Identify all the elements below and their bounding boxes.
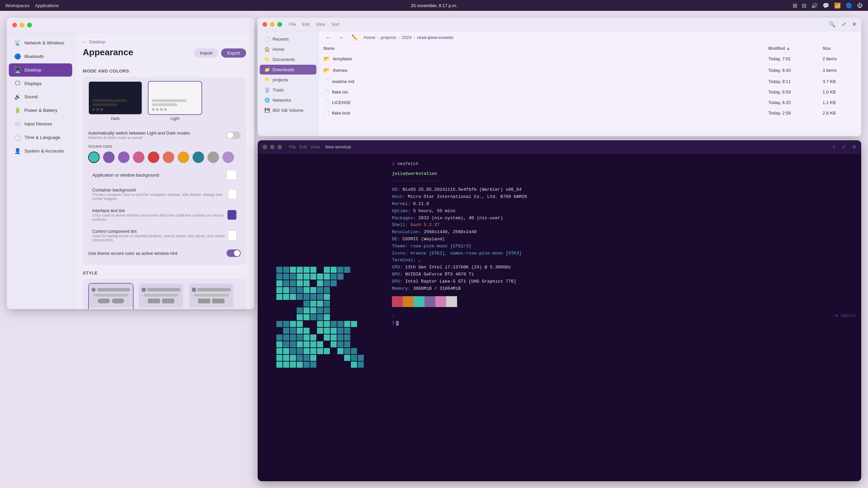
terminal-max-btn[interactable] [277, 145, 282, 149]
mode-card-light[interactable]: Light [148, 81, 202, 122]
terminal-resize-btn[interactable]: ⤢ [842, 144, 846, 150]
table-row[interactable]: 📂 templates Today, 7:01 2 items [319, 53, 861, 65]
col-modified[interactable]: Modified ▲ [768, 46, 823, 51]
table-row[interactable]: 📄 flake.nix Today, 6:59 1.0 KB [319, 87, 861, 97]
style-card-slightly-round[interactable]: Slightly round [138, 283, 184, 309]
fm-sidebar-networks[interactable]: 🌐 Networks [260, 95, 316, 105]
sidebar-item-network[interactable]: 📡 Network & Wireless [9, 36, 72, 49]
fm-min-btn[interactable] [270, 22, 275, 27]
user-line: julia@workstation [392, 170, 856, 178]
crumb-home[interactable]: Home [363, 35, 375, 40]
fm-forward-btn[interactable]: → [336, 34, 346, 41]
accent-dot-violet[interactable] [118, 151, 130, 163]
table-row[interactable]: 📄 readme.md Today, 8:11 3.7 KB [319, 76, 861, 87]
fm-content: ← → ✏️ Home › projects › 2024 › rose-pin… [319, 31, 861, 136]
control-swatch[interactable] [228, 230, 237, 241]
right-side: File Edit View Sort 🔍 ⤢ ✕ 🕐 Recents 🏠 [254, 11, 868, 488]
sidebar-item-input[interactable]: ⌨️ Input Devices [9, 117, 72, 130]
topbar-windows-icon[interactable]: ⊞ [793, 2, 797, 9]
fm-sidebar-documents[interactable]: 📁 Documents [260, 55, 316, 64]
interface-text-swatch[interactable] [227, 210, 237, 220]
fm-sidebar-home[interactable]: 🏠 Home [260, 44, 316, 54]
topbar-workspaces[interactable]: Workspaces [5, 3, 29, 8]
fm-sidebar-downloads[interactable]: 📁 Downloads [260, 65, 316, 75]
accent-dot-lavender[interactable] [222, 151, 234, 163]
auto-switch-toggle[interactable] [226, 131, 241, 139]
topbar-grid-icon[interactable]: ⊟ [802, 2, 806, 9]
table-row[interactable]: 📄 LICENSE Today, 6:20 1.1 KB [319, 97, 861, 108]
sidebar-item-bluetooth[interactable]: 🔵 Bluetooth [9, 50, 72, 63]
terminal-menu-edit[interactable]: Edit [299, 144, 307, 149]
topbar-wifi-icon[interactable]: 📶 [834, 2, 841, 9]
info-resolution: Resolution: 2560x1440, 868x488 [392, 229, 856, 236]
terminal-close-x-btn[interactable]: ✕ [852, 144, 856, 150]
fm-sidebar-trash[interactable]: 🗑️ Trash [260, 85, 316, 95]
table-row[interactable]: 📂 themes Today, 6:43 3 items [319, 65, 861, 76]
export-button[interactable]: Export [221, 48, 246, 58]
topbar-power-icon[interactable]: ⏻ [857, 2, 863, 8]
accent-dot-gray[interactable] [208, 151, 219, 163]
color-palette [392, 296, 856, 307]
fm-edit-btn[interactable]: ✏️ [349, 34, 360, 41]
fm-menu-file[interactable]: File [289, 22, 296, 27]
settings-max-btn[interactable] [27, 23, 32, 27]
sidebar-item-accounts[interactable]: 👤 System & Accounts [9, 144, 72, 158]
fm-sidebar-volume[interactable]: 💾 892 GB Volume [260, 105, 316, 115]
container-bg-swatch[interactable] [228, 189, 237, 199]
terminal-menu-file[interactable]: File [289, 144, 296, 149]
back-link[interactable]: ← Desktop [83, 39, 246, 44]
sidebar-item-power[interactable]: 🔋 Power & Battery [9, 104, 72, 117]
accent-dot-teal[interactable] [88, 151, 100, 163]
fm-resize-icon[interactable]: ⤢ [842, 21, 846, 27]
fm-close-btn[interactable] [262, 22, 267, 27]
accent-dot-coral[interactable] [163, 151, 174, 163]
gear-icon: ⚙ [835, 312, 838, 320]
col-size[interactable]: Size [823, 46, 856, 51]
settings-close-btn[interactable] [12, 23, 17, 27]
crumb-rose[interactable]: rose-pine-cosmic [417, 35, 454, 40]
fm-back-btn[interactable]: ← [323, 34, 333, 41]
table-row[interactable]: 📄 flake.lock Today, 2:58 2.8 KB [319, 108, 861, 118]
fm-menu-sort[interactable]: Sort [331, 22, 339, 27]
topbar-applications[interactable]: Applications [35, 3, 59, 8]
app-bg-swatch[interactable] [226, 170, 237, 180]
accent-dot-pink[interactable] [133, 151, 144, 163]
time-icon: 🕐 [14, 134, 21, 141]
sidebar-item-desktop[interactable]: 🖥️ Desktop [9, 63, 72, 77]
fm-menu-view[interactable]: View [316, 22, 325, 27]
mode-card-dark[interactable]: Dark [88, 81, 142, 122]
crumb-2024[interactable]: 2024 [402, 35, 412, 40]
accent-dot-red[interactable] [148, 151, 159, 163]
crumb-projects[interactable]: projects [381, 35, 396, 40]
terminal-min-btn[interactable] [270, 145, 275, 149]
terminal-menu-view[interactable]: View [310, 144, 320, 149]
svg-rect-44 [276, 321, 282, 327]
fm-sidebar-recents[interactable]: 🕐 Recents [260, 34, 316, 44]
topbar-volume-icon[interactable]: 🔊 [811, 2, 818, 9]
settings-titlebar [7, 18, 254, 33]
svg-rect-22 [276, 294, 282, 300]
settings-min-btn[interactable] [20, 23, 24, 27]
fm-menu-edit[interactable]: Edit [302, 22, 310, 27]
fm-close-x-icon[interactable]: ✕ [852, 21, 856, 27]
svg-rect-26 [303, 294, 310, 300]
style-card-round[interactable]: Round [88, 283, 134, 309]
fm-search-icon[interactable]: 🔍 [829, 21, 835, 27]
accent-dot-dark-teal[interactable] [193, 151, 204, 163]
fm-max-btn[interactable] [277, 22, 282, 27]
file-icon: 📄 [323, 79, 329, 84]
topbar-chat-icon[interactable]: 💬 [823, 2, 829, 9]
sidebar-item-displays[interactable]: 🖵 Displays [9, 77, 72, 90]
terminal-add-tab-btn[interactable]: + [832, 144, 835, 150]
import-button[interactable]: Import [194, 48, 219, 58]
fm-sidebar-projects[interactable]: 📁 projects [260, 75, 316, 85]
sidebar-item-sound[interactable]: 🔊 Sound [9, 90, 72, 103]
use-accent-toggle[interactable] [226, 249, 241, 257]
terminal-close-btn[interactable] [262, 145, 267, 149]
topbar-bluetooth-icon[interactable]: 🔵 [846, 2, 852, 9]
accent-dot-purple[interactable] [103, 151, 115, 163]
style-card-square[interactable]: Square [189, 283, 234, 309]
accent-dot-orange[interactable] [178, 151, 189, 163]
col-name[interactable]: Name [323, 46, 768, 51]
sidebar-item-time[interactable]: 🕐 Time & Language [9, 131, 72, 144]
